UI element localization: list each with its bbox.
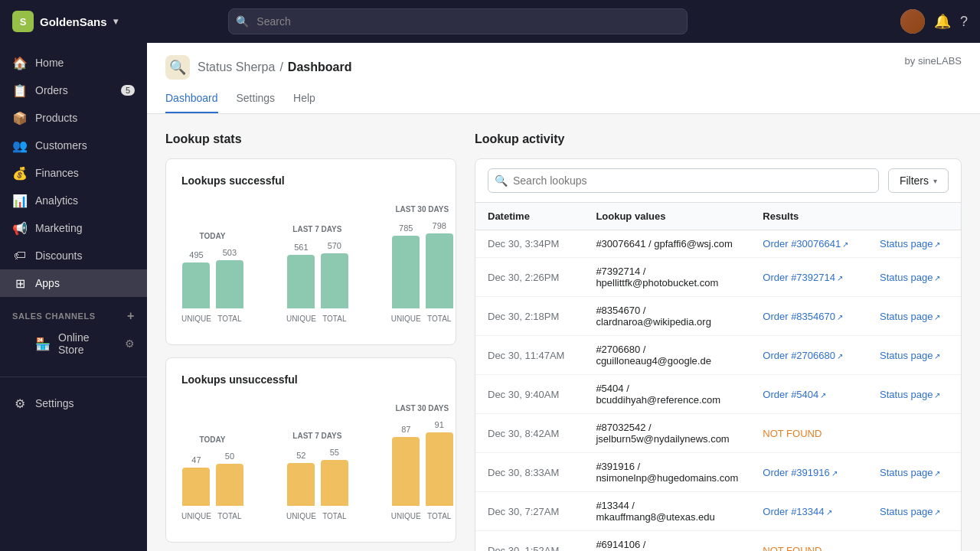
status-link[interactable]: Status page (880, 311, 940, 322)
sidebar-label-settings: Settings (35, 397, 74, 409)
lookup-activity-title: Lookup activity (475, 132, 962, 146)
successful-title: Lookups successful (181, 174, 440, 187)
analytics-icon: 📊 (12, 193, 28, 208)
apps-icon: ⊞ (12, 276, 28, 291)
status-link[interactable]: Status page (880, 272, 940, 283)
today-group-success: TODAY 495 UNIQUE 503 TOT (181, 232, 243, 323)
products-icon: 📦 (12, 110, 28, 126)
tab-dashboard[interactable]: Dashboard (165, 86, 218, 113)
today-total-fail: 50 TOTAL (216, 452, 243, 520)
cell-status[interactable]: Status page (867, 297, 961, 336)
breadcrumb-page: Dashboard (288, 60, 352, 74)
sidebar-item-online-store[interactable]: 🏪 Online Store ⚙ (0, 326, 147, 361)
sidebar-label-finances: Finances (35, 167, 79, 179)
sales-channels-title: SALES CHANNELS (12, 311, 96, 321)
col-header-status (867, 203, 961, 230)
cell-status[interactable]: Status page (867, 453, 961, 492)
breadcrumb-app-name[interactable]: Status Sherpa (198, 60, 275, 74)
cell-status[interactable]: Status page (867, 375, 961, 414)
dropdown-icon[interactable]: ▾ (113, 16, 118, 27)
add-channel-button[interactable]: + (127, 309, 135, 323)
cell-result[interactable]: Order #5404 (750, 375, 867, 414)
customers-icon: 👥 (12, 138, 28, 153)
last30-total-success: 798 TOTAL (426, 221, 453, 323)
sidebar-item-finances[interactable]: 💰 Finances (0, 159, 147, 187)
status-link[interactable]: Status page (880, 506, 940, 517)
order-link[interactable]: Order #8354670 (763, 311, 843, 322)
settings-icon: ⚙ (12, 396, 28, 411)
cell-lookup: #8354670 / clardnaroa@wikipedia.org (583, 297, 750, 336)
sidebar-label-marketing: Marketing (35, 222, 82, 234)
cell-result[interactable]: Order #2706680 (750, 336, 867, 375)
today-bars-fail: 47 UNIQUE 50 TOTAL (181, 452, 243, 520)
search-input[interactable] (228, 8, 688, 34)
not-found-label: NOT FOUND (763, 428, 822, 439)
status-link[interactable]: Status page (880, 238, 940, 249)
filters-button[interactable]: Filters ▾ (888, 168, 949, 193)
activity-table: Datetime Lookup values Results Dec 30, 3… (475, 203, 961, 551)
sidebar-item-discounts[interactable]: 🏷 Discounts (0, 242, 147, 269)
search-icon: 🔍 (236, 15, 249, 28)
table-row: Dec 30, 9:40AM#5404 / bcuddihyah@referen… (475, 375, 961, 414)
app-icon: 🔍 (165, 55, 190, 80)
last7-total-fail: 55 TOTAL (321, 448, 348, 520)
cell-lookup: #6914106 / lcalkinbt@mediafire.com (583, 531, 750, 552)
col-header-results: Results (750, 203, 867, 230)
sidebar-label-apps: Apps (35, 277, 60, 289)
search-filter-row: 🔍 Filters ▾ (475, 159, 961, 203)
sidebar-item-home[interactable]: 🏠 Home (0, 49, 147, 77)
status-link[interactable]: Status page (880, 350, 940, 361)
orders-icon: 📋 (12, 83, 28, 98)
chevron-down-icon: ▾ (933, 177, 937, 185)
sidebar-item-apps[interactable]: ⊞ Apps (0, 269, 147, 297)
order-link[interactable]: Order #13344 (763, 506, 831, 517)
top-search: 🔍 (228, 8, 688, 34)
tab-settings[interactable]: Settings (237, 86, 276, 113)
page-body: Lookup stats Lookups successful TODAY 49… (147, 114, 980, 551)
lookup-search-input[interactable] (488, 168, 879, 193)
order-link[interactable]: Order #30076641 (763, 238, 848, 249)
order-link[interactable]: Order #391916 (763, 467, 837, 478)
cell-result[interactable]: Order #7392714 (750, 258, 867, 297)
cell-lookup: #13344 / mkauffmang8@utexas.edu (583, 492, 750, 531)
orders-badge: 5 (121, 85, 135, 96)
top-nav: S GoldenSans ▾ 🔍 🔔 ? (0, 0, 980, 43)
cell-result[interactable]: Order #13344 (750, 492, 867, 531)
activity-table-body: Dec 30, 3:34PM#30076641 / gpfaffi6@wsj.c… (475, 230, 961, 552)
order-link[interactable]: Order #5404 (763, 389, 826, 400)
cell-status[interactable]: Status page (867, 230, 961, 258)
brand[interactable]: S GoldenSans ▾ (12, 11, 118, 32)
avatar[interactable] (900, 9, 925, 34)
status-link[interactable]: Status page (880, 389, 940, 400)
lookups-unsuccessful-card: Lookups unsuccessful TODAY 47 UNIQUE (165, 357, 456, 543)
order-link[interactable]: Order #7392714 (763, 272, 843, 283)
cell-result[interactable]: Order #8354670 (750, 297, 867, 336)
cell-datetime: Dec 30, 2:18PM (475, 297, 583, 336)
last30-bars: 785 UNIQUE 798 TOTAL (391, 221, 453, 323)
sidebar-item-marketing[interactable]: 📢 Marketing (0, 214, 147, 242)
cell-lookup: #2706680 / cguilloneaug4@google.de (583, 336, 750, 375)
notifications-icon[interactable]: 🔔 (934, 13, 951, 30)
cell-status[interactable]: Status page (867, 336, 961, 375)
table-header-row: Datetime Lookup values Results (475, 203, 961, 230)
sidebar-item-settings[interactable]: ⚙ Settings (0, 390, 147, 417)
lookup-search-icon: 🔍 (495, 174, 508, 187)
cell-datetime: Dec 30, 9:40AM (475, 375, 583, 414)
cell-status[interactable]: Status page (867, 258, 961, 297)
cell-result[interactable]: Order #30076641 (750, 230, 867, 258)
sidebar-item-products[interactable]: 📦 Products (0, 104, 147, 132)
marketing-icon: 📢 (12, 220, 28, 236)
order-link[interactable]: Order #2706680 (763, 350, 843, 361)
status-link[interactable]: Status page (880, 467, 940, 478)
sidebar-item-customers[interactable]: 👥 Customers (0, 132, 147, 159)
today-bars: 495 UNIQUE 503 TOTAL (181, 248, 243, 323)
settings-gear-icon[interactable]: ⚙ (125, 337, 135, 350)
table-row: Dec 30, 8:42AM#87032542 / jselburn5w@nyd… (475, 414, 961, 453)
tab-help[interactable]: Help (293, 86, 315, 113)
help-icon[interactable]: ? (960, 14, 968, 30)
cell-status[interactable]: Status page (867, 492, 961, 531)
last30-group-success: LAST 30 DAYS 785 UNIQUE 798 (391, 205, 453, 323)
cell-result[interactable]: Order #391916 (750, 453, 867, 492)
sidebar-item-analytics[interactable]: 📊 Analytics (0, 187, 147, 214)
sidebar-item-orders[interactable]: 📋 Orders 5 (0, 77, 147, 104)
